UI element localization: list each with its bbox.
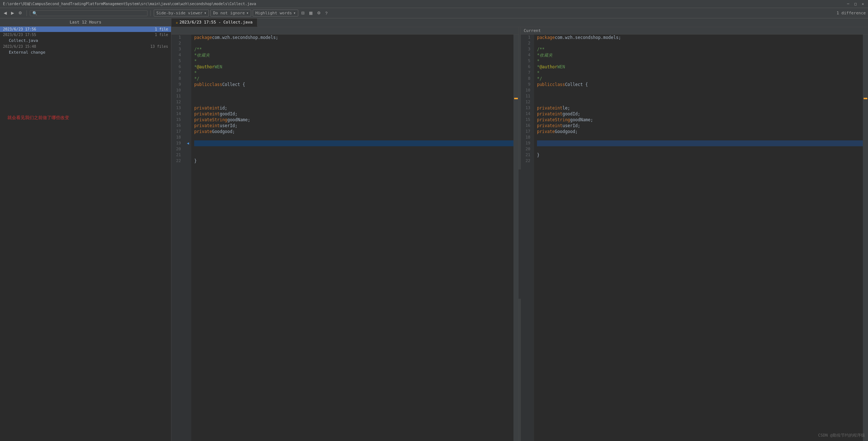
gear-icon: ⚙	[317, 11, 321, 15]
title-bar: E:\order\同城\CampusSecond_handTradingPlat…	[0, 0, 868, 8]
maximize-button[interactable]: □	[853, 2, 858, 6]
separator-1	[26, 10, 27, 16]
entry-datetime-1: 2023/6/23 17:55	[3, 33, 36, 37]
history-entry-external[interactable]: External change	[0, 49, 171, 55]
diff-area: ☕ 2023/6/23 17:55 - Collect.java 1234567…	[171, 18, 868, 441]
entry-count-0: 1 file	[155, 27, 168, 31]
separator-2	[150, 10, 151, 16]
java-file-icon: ☕	[176, 20, 178, 24]
left-gutter: ◀	[185, 35, 191, 441]
history-entry-2[interactable]: 2023/6/23 15:48 13 files	[0, 44, 171, 49]
entry-datetime-2: 2023/6/23 15:48	[3, 44, 36, 49]
forward-button[interactable]: ▶	[10, 10, 15, 16]
grid-icon: ▦	[309, 11, 313, 15]
right-line-numbers: 12345678910111213141516171819202122	[521, 35, 534, 441]
watermark: CSDN @勤俭节约的程序猿	[818, 433, 865, 438]
left-diff-pane: 12345678910111213141516171819202122 ◀ pa…	[171, 27, 519, 441]
grid-icon-button[interactable]: ▦	[307, 10, 314, 16]
gear-icon-button[interactable]: ⚙	[316, 10, 322, 16]
diff-scroll-marker	[514, 98, 518, 99]
entry-count-2: 13 files	[150, 44, 168, 49]
window-controls: ─ □ ✕	[846, 2, 865, 6]
settings-icon: ⚙	[18, 11, 22, 15]
entry-external-name: External change	[9, 50, 168, 55]
right-pane-header: Current	[521, 27, 868, 35]
highlight-dropdown[interactable]: Highlight words ▾	[253, 10, 298, 17]
history-list: 2023/6/23 17:56 1 file 2023/6/23 17:55 1…	[0, 26, 171, 441]
history-panel-header: Last 12 Hours	[0, 18, 171, 26]
diff-tab-bar: ☕ 2023/6/23 17:55 - Collect.java	[171, 18, 868, 27]
left-pane-header	[171, 27, 519, 35]
entry-filename: Collect.java	[9, 38, 168, 43]
viewer-arrow: ▾	[204, 11, 207, 15]
left-scroll-gutter	[513, 35, 519, 441]
history-panel: Last 12 Hours 2023/6/23 17:56 1 file 202…	[0, 18, 171, 441]
history-entry-1[interactable]: 2023/6/23 17:55 1 file	[0, 32, 171, 37]
minimize-button[interactable]: ─	[846, 2, 850, 6]
ignore-arrow: ▾	[246, 11, 249, 15]
diff-tab-active[interactable]: ☕ 2023/6/23 17:55 - Collect.java	[171, 18, 257, 27]
split-icon: ⊟	[301, 11, 305, 15]
left-code-content: 12345678910111213141516171819202122 ◀ pa…	[171, 35, 519, 441]
right-pane-label: Current	[524, 28, 541, 33]
right-code-lines: package com.wzh.secondshop.models; /** *…	[534, 35, 863, 441]
help-icon-button[interactable]: ?	[324, 10, 329, 16]
highlight-arrow: ▾	[294, 11, 296, 15]
right-diff-pane: Current 12345678910111213141516171819202…	[521, 27, 868, 441]
history-entry-collectjava[interactable]: Collect.java	[0, 37, 171, 44]
window-title: E:\order\同城\CampusSecond_handTradingPlat…	[3, 1, 256, 7]
viewer-dropdown[interactable]: Side-by-side viewer ▾	[154, 10, 209, 17]
back-button[interactable]: ◀	[2, 10, 8, 16]
right-code-content: 12345678910111213141516171819202122 pack…	[521, 35, 868, 441]
ignore-label: Do not ignore	[213, 11, 245, 15]
entry-count-1: 1 file	[155, 33, 168, 37]
ignore-dropdown[interactable]: Do not ignore ▾	[210, 10, 251, 17]
toolbar: ◀ ▶ ⚙ Side-by-side viewer ▾ Do not ignor…	[0, 8, 868, 18]
diff-panels: 12345678910111213141516171819202122 ◀ pa…	[171, 27, 868, 441]
left-line-numbers: 12345678910111213141516171819202122	[171, 35, 185, 441]
help-icon: ?	[325, 11, 327, 15]
search-input[interactable]	[30, 10, 147, 16]
main-container: Last 12 Hours 2023/6/23 17:56 1 file 202…	[0, 18, 868, 441]
right-scroll-gutter	[863, 35, 868, 441]
viewer-label: Side-by-side viewer	[156, 11, 203, 15]
close-button[interactable]: ✕	[861, 2, 865, 6]
highlight-label: Highlight words	[255, 11, 292, 15]
diff-count: 1 difference	[837, 11, 866, 15]
diff-tab-label: 2023/6/23 17:55 - Collect.java	[179, 20, 253, 25]
entry-datetime-0: 2023/6/23 17:56	[3, 27, 36, 31]
history-entry-0[interactable]: 2023/6/23 17:56 1 file	[0, 26, 171, 32]
right-diff-marker	[864, 98, 867, 99]
left-code-lines: package com.wzh.secondshop.models; /** *…	[191, 35, 513, 441]
settings-icon-button[interactable]: ⚙	[17, 10, 24, 16]
back-icon: ◀	[4, 11, 7, 15]
forward-icon: ▶	[11, 11, 14, 15]
hint-text: 就会看见我们之前做了哪些改变	[7, 115, 69, 121]
split-icon-button[interactable]: ⊟	[300, 10, 306, 16]
